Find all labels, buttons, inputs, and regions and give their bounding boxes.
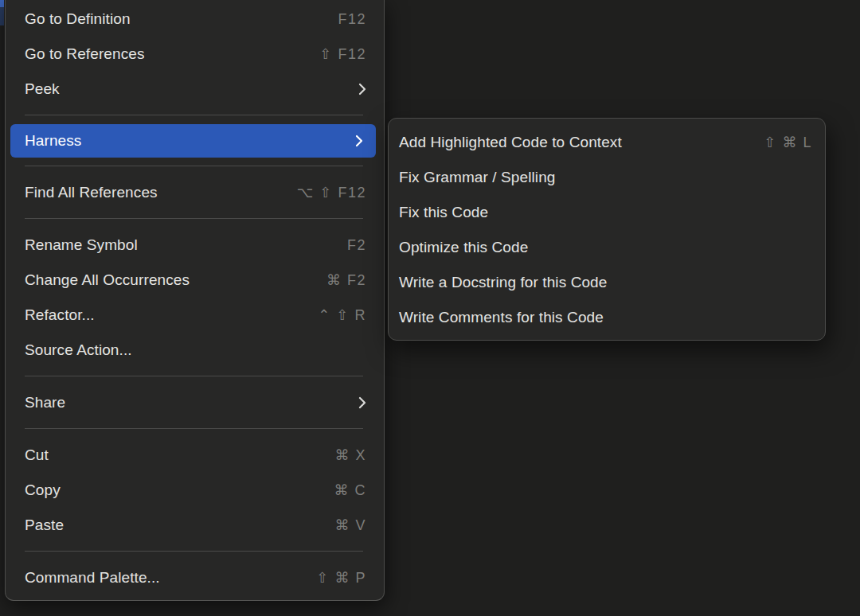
menu-item-label: Add Highlighted Code to Context bbox=[399, 134, 622, 151]
menu-item-change-all-occurrences[interactable]: Change All Occurrences ⌘ F2 bbox=[6, 263, 384, 298]
menu-item-label: Harness bbox=[25, 132, 81, 150]
menu-item-label: Go to References bbox=[25, 45, 145, 63]
menu-item-label: Change All Occurrences bbox=[25, 271, 190, 289]
background-navy-fragment bbox=[0, 7, 4, 25]
menu-item-shortcut: ⌥ ⇧ F12 bbox=[297, 184, 366, 201]
menu-item-shortcut: ⇧ ⌘ L bbox=[764, 134, 812, 151]
submenu-item-add-highlighted-code-to-context[interactable]: Add Highlighted Code to Context ⇧ ⌘ L bbox=[389, 125, 825, 160]
menu-separator bbox=[25, 551, 363, 552]
menu-separator bbox=[25, 115, 363, 115]
menu-item-shortcut: ⌃ ⇧ R bbox=[318, 306, 366, 324]
menu-item-label: Write a Docstring for this Code bbox=[399, 274, 607, 291]
submenu-chevron-icon bbox=[355, 135, 363, 147]
menu-item-harness[interactable]: Harness bbox=[10, 124, 376, 158]
menu-item-label: Command Palette... bbox=[25, 569, 160, 587]
menu-separator bbox=[25, 428, 363, 429]
harness-submenu: Add Highlighted Code to Context ⇧ ⌘ L Fi… bbox=[388, 118, 826, 341]
menu-item-find-all-references[interactable]: Find All References ⌥ ⇧ F12 bbox=[6, 175, 384, 210]
menu-item-shortcut: F12 bbox=[338, 11, 366, 28]
menu-item-shortcut: ⌘ X bbox=[334, 446, 366, 464]
menu-item-refactor[interactable]: Refactor... ⌃ ⇧ R bbox=[6, 298, 384, 333]
menu-item-label: Refactor... bbox=[25, 306, 95, 324]
menu-item-label: Share bbox=[25, 394, 65, 411]
background-edge-sliver bbox=[0, 0, 4, 32]
menu-item-share[interactable]: Share bbox=[6, 385, 384, 420]
menu-item-shortcut: ⌘ C bbox=[334, 481, 367, 499]
menu-item-label: Write Comments for this Code bbox=[399, 309, 604, 326]
context-menu: Go to Definition F12 Go to References ⇧ … bbox=[5, 0, 385, 601]
menu-item-label: Paste bbox=[25, 517, 64, 534]
menu-item-shortcut: ⌘ F2 bbox=[326, 271, 366, 289]
menu-item-label: Find All References bbox=[25, 184, 158, 201]
screen: Go to Definition F12 Go to References ⇧ … bbox=[0, 0, 860, 616]
submenu-item-write-a-docstring-for-this-code[interactable]: Write a Docstring for this Code bbox=[389, 265, 825, 300]
menu-item-go-to-definition[interactable]: Go to Definition F12 bbox=[6, 2, 384, 37]
menu-item-go-to-references[interactable]: Go to References ⇧ F12 bbox=[6, 37, 384, 72]
menu-item-rename-symbol[interactable]: Rename Symbol F2 bbox=[6, 228, 384, 263]
submenu-item-fix-this-code[interactable]: Fix this Code bbox=[389, 195, 825, 230]
menu-item-label: Rename Symbol bbox=[25, 236, 138, 254]
menu-item-label: Fix Grammar / Spelling bbox=[399, 169, 555, 186]
menu-item-label: Peek bbox=[25, 80, 60, 98]
menu-item-shortcut: ⌘ V bbox=[334, 517, 366, 534]
menu-item-label: Copy bbox=[25, 481, 61, 499]
menu-item-label: Source Action... bbox=[25, 341, 132, 359]
menu-item-shortcut: ⇧ ⌘ P bbox=[316, 569, 366, 587]
menu-separator bbox=[25, 218, 363, 219]
menu-item-label: Go to Definition bbox=[25, 10, 131, 28]
menu-item-shortcut: F2 bbox=[347, 237, 366, 254]
submenu-chevron-icon bbox=[358, 83, 366, 96]
menu-separator bbox=[25, 166, 363, 166]
submenu-chevron-icon bbox=[358, 396, 366, 409]
menu-item-peek[interactable]: Peek bbox=[6, 72, 384, 107]
menu-item-copy[interactable]: Copy ⌘ C bbox=[6, 473, 384, 508]
background-blue-fragment bbox=[0, 0, 4, 7]
submenu-item-write-comments-for-this-code[interactable]: Write Comments for this Code bbox=[389, 300, 825, 335]
submenu-item-optimize-this-code[interactable]: Optimize this Code bbox=[389, 230, 825, 265]
menu-item-source-action[interactable]: Source Action... bbox=[6, 333, 384, 368]
menu-item-paste[interactable]: Paste ⌘ V bbox=[6, 508, 384, 543]
menu-item-cut[interactable]: Cut ⌘ X bbox=[6, 438, 384, 473]
menu-item-label: Fix this Code bbox=[399, 204, 488, 221]
menu-item-label: Optimize this Code bbox=[399, 239, 528, 256]
menu-item-shortcut: ⇧ F12 bbox=[319, 45, 366, 63]
menu-item-command-palette[interactable]: Command Palette... ⇧ ⌘ P bbox=[6, 560, 384, 595]
menu-separator bbox=[25, 376, 363, 376]
menu-item-label: Cut bbox=[25, 446, 49, 464]
submenu-item-fix-grammar-spelling[interactable]: Fix Grammar / Spelling bbox=[389, 160, 825, 195]
